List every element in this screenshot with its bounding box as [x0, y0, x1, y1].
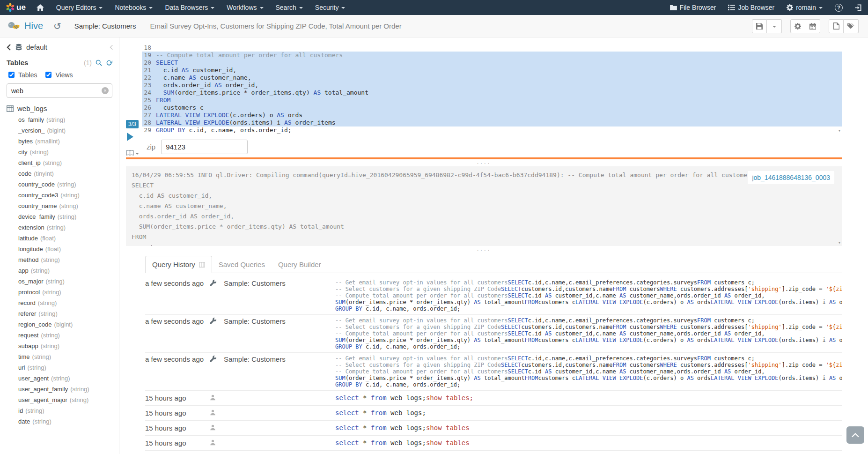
tab-saved-queries[interactable]: Saved Queries — [212, 256, 272, 273]
views-checkbox[interactable] — [45, 72, 51, 78]
column-item[interactable]: user_agent_major(string) — [18, 394, 119, 405]
column-type: (string) — [42, 289, 61, 296]
hive-app-link[interactable]: Hive — [7, 21, 43, 32]
column-item[interactable]: device_family(string) — [18, 211, 119, 222]
history-row[interactable]: 15 hours agoselect * from web_logs;show … — [145, 436, 842, 451]
column-item[interactable]: url(string) — [18, 362, 119, 373]
column-item[interactable]: latitude(float) — [18, 233, 119, 244]
resize-handle[interactable] — [126, 159, 842, 166]
column-type: (string) — [41, 332, 59, 339]
column-item[interactable]: longitude(float) — [18, 244, 119, 254]
tab-query-builder[interactable]: Query Builder — [272, 256, 328, 273]
column-item[interactable]: country_code3(string) — [18, 190, 119, 201]
sql-line: select * from web_logs; — [335, 409, 842, 417]
column-item[interactable]: bytes(smallint) — [18, 136, 119, 147]
save-dropdown-button[interactable] — [767, 19, 782, 33]
table-filter-input[interactable] — [7, 83, 112, 98]
table-item-web-logs[interactable]: web_logs — [0, 103, 119, 114]
sql-token: FROM — [697, 317, 711, 324]
column-item[interactable]: app(string) — [18, 265, 119, 276]
help-button[interactable] — [829, 0, 849, 15]
new-query-button[interactable] — [829, 19, 844, 33]
job-browser-link[interactable]: Job Browser — [722, 0, 780, 15]
resize-handle[interactable] — [126, 246, 842, 253]
execute-button[interactable] — [127, 133, 133, 141]
nav-menu-workflows[interactable]: Workflows — [221, 0, 269, 15]
job-link[interactable]: job_1461888648136_0003 — [748, 171, 834, 184]
refresh-icon[interactable] — [106, 60, 112, 66]
nav-menu-search[interactable]: Search — [270, 0, 309, 15]
hue-logo[interactable]: ue — [0, 0, 30, 15]
chevron-down-icon — [299, 7, 303, 9]
log-lines: 16/04/29 06:59:55 INFO ql.Driver: Compil… — [132, 170, 836, 246]
filter-tables[interactable]: Tables — [7, 70, 37, 79]
column-item[interactable]: protocol(string) — [18, 287, 119, 298]
parameters-button[interactable] — [844, 19, 859, 33]
home-button[interactable] — [30, 0, 50, 15]
column-item[interactable]: time(string) — [18, 351, 119, 362]
column-item[interactable]: user_agent(string) — [18, 373, 119, 384]
column-item[interactable]: region_code(bigint) — [18, 319, 119, 330]
column-item[interactable]: date(string) — [18, 416, 119, 427]
back-icon[interactable] — [7, 44, 11, 51]
column-item[interactable]: method(string) — [18, 254, 119, 265]
history-row[interactable]: 15 hours agoselect * from web_logs; — [145, 406, 842, 421]
sql-token: FROM — [612, 286, 626, 292]
tables-checkbox[interactable] — [8, 72, 15, 78]
columns-icon — [199, 262, 205, 268]
database-name[interactable]: default — [26, 43, 47, 51]
history-row[interactable]: 15 hours agoselect * from web_logs;show … — [145, 421, 842, 436]
column-item[interactable]: _version_(bigint) — [18, 125, 119, 136]
column-item[interactable]: extension(string) — [18, 222, 119, 233]
history-row[interactable]: a few seconds agoSample: Customers-- Get… — [145, 315, 842, 353]
settings-button[interactable] — [790, 19, 805, 33]
nav-menu-query-editors[interactable]: Query Editors — [50, 0, 109, 15]
column-item[interactable]: id(string) — [18, 405, 119, 416]
sql-token: (c.orders) o — [229, 112, 277, 119]
column-item[interactable]: country_code(string) — [18, 179, 119, 190]
nav-menu-notebooks[interactable]: Notebooks — [109, 0, 159, 15]
column-item[interactable]: referer(string) — [18, 308, 119, 319]
history-row[interactable]: a few seconds agoSample: Customers-- Get… — [145, 277, 842, 315]
sql-token: LATERAL VIEW EXPLODE — [711, 299, 779, 305]
scroll-down-icon[interactable] — [838, 128, 841, 133]
filter-views-label: Views — [55, 71, 73, 79]
collapse-assist-icon[interactable] — [110, 45, 113, 50]
search-icon[interactable] — [96, 60, 102, 66]
scroll-to-top-button[interactable] — [846, 426, 864, 444]
column-item[interactable]: city(string) — [18, 147, 119, 157]
nav-menu-data-browsers[interactable]: Data Browsers — [159, 0, 221, 15]
column-item[interactable]: os_major(string) — [18, 276, 119, 287]
filter-views[interactable]: Views — [44, 70, 73, 79]
history-name: Sample: Customers — [224, 355, 335, 363]
clear-filter-icon[interactable] — [102, 87, 109, 94]
column-item[interactable]: user_agent_family(string) — [18, 384, 119, 394]
tab-query-history[interactable]: Query History — [145, 256, 212, 273]
file-browser-link[interactable]: File Browser — [664, 0, 722, 15]
docs-button[interactable] — [126, 150, 139, 156]
query-history-icon[interactable] — [53, 22, 61, 31]
history-row[interactable]: a few seconds agoSample: Customers-- Get… — [145, 353, 842, 391]
column-item[interactable]: os_family(string) — [18, 114, 119, 125]
schedule-button[interactable] — [805, 19, 820, 33]
history-row[interactable]: 15 hours agoselect * from web_logs;show … — [145, 451, 842, 454]
column-item[interactable]: subapp(string) — [18, 341, 119, 351]
line-number: 21 — [142, 67, 156, 74]
user-menu[interactable]: romain — [780, 0, 829, 15]
column-type: (string) — [38, 299, 57, 306]
sql-token: '${zip}' — [826, 324, 842, 330]
column-item[interactable]: country_name(string) — [18, 201, 119, 211]
variable-input[interactable] — [161, 140, 248, 154]
column-item[interactable]: record(string) — [18, 298, 119, 308]
column-item[interactable]: code(tinyint) — [18, 168, 119, 179]
column-type: (string) — [25, 407, 44, 414]
column-item[interactable]: client_ip(string) — [18, 157, 119, 168]
save-button[interactable] — [752, 19, 767, 33]
logout-button[interactable] — [849, 0, 868, 15]
column-item[interactable]: request(string) — [18, 330, 119, 341]
nav-menu-security[interactable]: Security — [309, 0, 352, 15]
sql-editor[interactable]: 1819-- Compute total amount per order fo… — [142, 44, 842, 134]
sql-token: AS — [724, 292, 731, 299]
history-row[interactable]: 15 hours agoselect * from web_logs;show … — [145, 391, 842, 406]
scroll-down-icon[interactable] — [838, 240, 841, 245]
